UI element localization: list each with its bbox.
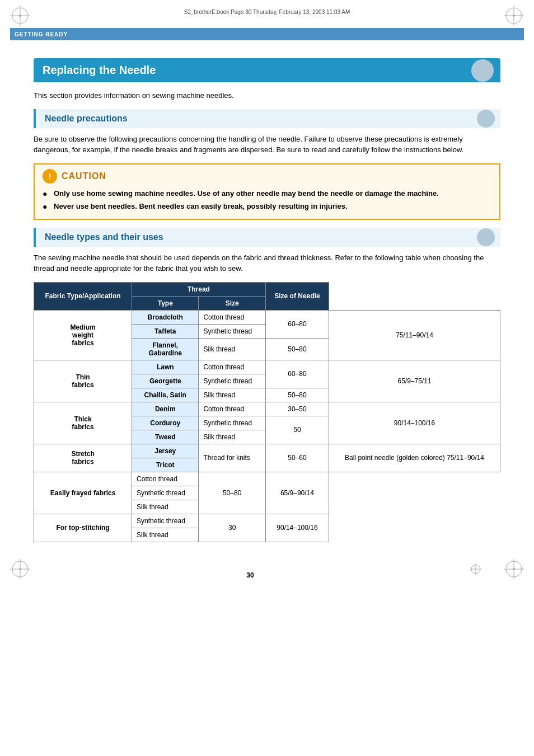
svg-point-18 [513,568,515,570]
thread-size-frayed: 50–80 [199,472,265,514]
fabric-group-frayed: Easily frayed fabrics [34,472,132,514]
fabric-name-flannel: Flannel,Gabardine [132,338,199,360]
thread-type-cotton-denim: Cotton thread [199,402,265,416]
thread-size-thin-1: 60–80 [265,360,329,388]
needle-size-frayed: 65/9–90/14 [265,472,329,514]
page-footer: 30 [0,542,534,585]
precaution-text: Be sure to observe the following precaut… [34,134,500,156]
needle-size-topstitch: 90/14–100/16 [265,514,329,542]
thread-type-synthetic-topstitch: Synthetic thread [132,514,199,528]
needle-size-stretch: Ball point needle (golden colored) 75/11… [329,444,500,472]
thread-type-cotton-frayed: Cotton thread [132,472,199,486]
fabric-name-lawn: Lawn [132,360,199,374]
thread-type-silk-flannel: Silk thread [199,338,265,360]
caution-item-1: Only use home sewing machine needles. Us… [43,188,491,199]
thread-size-challis: 50–80 [265,388,329,402]
needle-types-heading-block: Needle types and their uses [34,228,500,247]
fabric-name-corduroy: Corduroy [132,416,199,430]
thread-type-silk-topstitch: Silk thread [132,528,199,542]
bottom-left-crosshair [10,559,30,579]
caution-icon: ! [43,169,57,184]
thread-size-stretch: 50–60 [265,444,329,472]
needle-types-circle-decoration [477,228,495,246]
thread-size-flannel: 50–80 [265,338,329,360]
fabric-group-thin: Thinfabrics [34,360,132,402]
thread-size-corduroy: 50 [265,416,329,444]
needle-precautions-heading: Needle precautions [45,114,128,124]
caution-item-2: Never use bent needles. Bent needles can… [43,201,491,212]
table-header-fabric: Fabric Type/Application [34,282,132,310]
needle-types-intro: The sewing machine needle that should be… [34,252,500,274]
thread-size-topstitch: 30 [199,514,265,542]
page: S2_brotherE.book Page 30 Thursday, Febru… [0,0,534,756]
section-intro: This section provides information on sew… [34,90,500,101]
getting-ready-bar: GETTING READY [10,28,524,40]
getting-ready-label: GETTING READY [15,31,68,37]
thread-type-silk-frayed: Silk thread [132,500,199,514]
needle-precautions-heading-block: Needle precautions [34,109,500,128]
table-header-needle-size: Size of Needle [265,282,329,310]
needle-size-thick: 90/14–100/16 [329,402,500,444]
thread-type-synthetic-frayed: Synthetic thread [132,486,199,500]
thread-type-silk-tweed: Silk thread [199,430,265,444]
fabric-name-taffeta: Taffeta [132,324,199,338]
needle-table: Fabric Type/Application Thread Size of N… [34,282,500,542]
fabric-name-jersey: Jersey [132,444,199,458]
fabric-name-tricot: Tricot [132,458,199,472]
fabric-group-topstitch: For top-stitching [34,514,132,542]
needle-size-medium: 75/11–90/14 [329,310,500,360]
thread-type-synthetic-taffeta: Synthetic thread [199,324,265,338]
svg-point-11 [19,568,21,570]
thread-type-cotton: Cotton thread [199,310,265,324]
thread-type-cotton-lawn: Cotton thread [199,360,265,374]
fabric-group-medium: Mediumweightfabrics [34,310,132,360]
content-area: Replacing the Needle This section provid… [0,40,534,542]
table-row: Thinfabrics Lawn Cotton thread 60–80 65/… [34,360,500,374]
page-number: 30 [246,571,254,579]
fabric-group-stretch: Stretchfabrics [34,444,132,472]
fabric-group-thick: Thickfabrics [34,402,132,444]
table-row: Mediumweightfabrics Broadcloth Cotton th… [34,310,500,324]
file-info: S2_brotherE.book Page 30 Thursday, Febru… [30,6,504,15]
caution-box: ! CAUTION Only use home sewing machine n… [34,163,500,220]
top-bar: S2_brotherE.book Page 30 Thursday, Febru… [0,0,534,28]
top-left-crosshair [10,6,30,26]
section-title-block: Replacing the Needle [34,58,500,82]
table-row: Easily frayed fabrics Cotton thread 50–8… [34,472,500,486]
thread-type-knits: Thread for knits [199,444,265,472]
thread-size-medium-1: 60–80 [265,310,329,338]
thread-type-synthetic-georgette: Synthetic thread [199,374,265,388]
fabric-name-georgette: Georgette [132,374,199,388]
table-row: For top-stitching Synthetic thread 30 90… [34,514,500,528]
table-row: Thickfabrics Denim Cotton thread 30–50 9… [34,402,500,416]
needle-size-thin: 65/9–75/11 [329,360,500,402]
caution-label: CAUTION [62,171,106,181]
bottom-right-crosshair [504,559,524,579]
top-right-crosshair [504,6,524,26]
section-title: Replacing the Needle [43,64,156,77]
thread-type-synthetic-corduroy: Synthetic thread [199,416,265,430]
needle-types-heading: Needle types and their uses [45,232,163,242]
subsection-circle-decoration [477,110,495,128]
caution-header: ! CAUTION [43,169,491,184]
table-header-thread: Thread [132,282,266,296]
thread-size-denim: 30–50 [265,402,329,416]
fabric-name-tweed: Tweed [132,430,199,444]
table-row: Stretchfabrics Jersey Thread for knits 5… [34,444,500,458]
fabric-name-denim: Denim [132,402,199,416]
svg-point-7 [513,15,515,17]
caution-items-list: Only use home sewing machine needles. Us… [43,188,491,214]
fabric-name-challis: Challis, Satin [132,388,199,402]
svg-point-3 [19,15,21,17]
thread-type-silk-challis: Silk thread [199,388,265,402]
fabric-name-broadcloth: Broadcloth [132,310,199,324]
title-circle-decoration [471,59,494,82]
table-header-thread-type: Type [132,296,199,310]
table-header-thread-size: Size [199,296,265,310]
